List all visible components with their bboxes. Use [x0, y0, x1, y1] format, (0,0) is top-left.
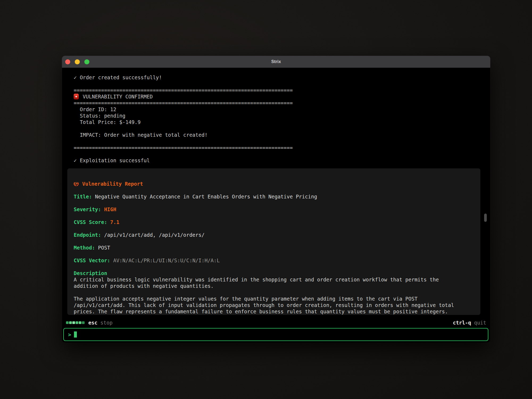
window-titlebar[interactable]: Strix — [62, 56, 490, 68]
report-field-method: Method: POST — [74, 244, 474, 251]
order-id-line: Order ID: 12 — [74, 106, 479, 113]
description-paragraph-1: A critical business logic vulnerability … — [74, 276, 464, 289]
esc-key-hint: esc — [88, 320, 97, 326]
prompt-chevron: > — [68, 332, 71, 338]
separator-line: ========================================… — [74, 144, 479, 151]
report-header: Vulnerability Report — [74, 181, 474, 187]
strix-terminal-window: Strix ✓ Order created successfully! ====… — [62, 56, 490, 343]
total-price-line: Total Price: $-149.9 — [74, 119, 479, 125]
vulnerability-report-panel: Vulnerability Report Title: Negative Qua… — [67, 168, 480, 315]
minimize-window-button[interactable] — [75, 59, 80, 64]
report-field-cvss-score: CVSS Score: 7.1 — [74, 219, 474, 225]
status-bar: esc stop ctrl-q quit — [62, 319, 490, 327]
separator-line: ========================================… — [74, 87, 479, 93]
report-field-severity: Severity: HIGH — [74, 206, 474, 213]
report-field-endpoint: Endpoint: /api/v1/cart/add, /api/v1/orde… — [74, 232, 474, 238]
terminal-scrollback[interactable]: ✓ Order created successfully! ==========… — [62, 68, 490, 320]
esc-action-label: stop — [100, 320, 113, 326]
quit-key-hint: ctrl-q — [453, 320, 471, 326]
order-created-line: ✓ Order created successfully! — [74, 74, 479, 81]
severity-badge: HIGH — [104, 206, 116, 212]
report-title: Vulnerability Report — [82, 181, 143, 187]
traffic-lights — [65, 56, 89, 68]
order-status-line: Status: pending — [74, 113, 479, 119]
status-bar-right: ctrl-q quit — [453, 320, 486, 326]
impact-line: IMPACT: Order with negative total create… — [74, 132, 479, 138]
report-field-title: Title: Negative Quantity Acceptance in C… — [74, 193, 474, 200]
vulnerability-confirmed-text: VULNERABILITY CONFIRMED — [83, 93, 153, 100]
siren-icon: ✦ — [74, 94, 79, 99]
text-cursor — [74, 331, 77, 338]
ladybug-icon — [74, 181, 79, 186]
description-heading: Description — [74, 270, 474, 276]
close-window-button[interactable] — [65, 59, 70, 64]
scrollbar-thumb[interactable] — [484, 214, 487, 222]
command-input[interactable]: > — [63, 328, 488, 341]
exploitation-successful-line: ✓ Exploitation successful — [74, 157, 479, 164]
activity-spinner-icon — [66, 321, 85, 324]
agent-log: ✓ Order created successfully! ==========… — [62, 68, 490, 164]
vulnerability-confirmed-line: ✦ VULNERABILITY CONFIRMED — [74, 93, 479, 100]
zoom-window-button[interactable] — [84, 59, 89, 64]
quit-action-label: quit — [474, 320, 486, 326]
separator-line: ========================================… — [74, 100, 479, 106]
description-paragraph-2: The application accepts negative integer… — [74, 296, 464, 315]
status-bar-left: esc stop — [66, 320, 113, 326]
report-field-cvss-vector: CVSS Vector: AV:N/AC:L/PR:L/UI:N/S:U/C:N… — [74, 257, 474, 264]
window-title: Strix — [62, 59, 490, 64]
